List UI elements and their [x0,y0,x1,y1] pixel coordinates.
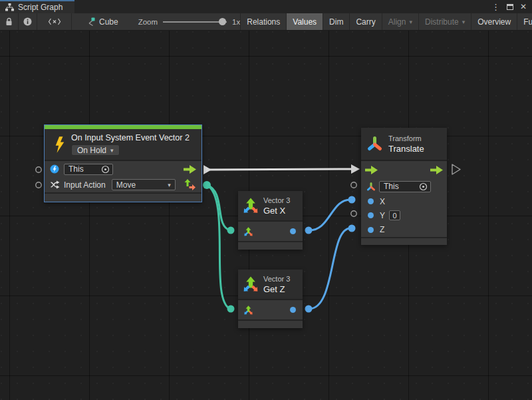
gameobject-this-icon [50,164,59,174]
float-wire-x-dot[interactable] [348,196,356,204]
vector2-wire-getz-dot[interactable] [227,305,235,313]
float-wire-getz-source-dot[interactable] [305,305,313,313]
event-vector2-output-port[interactable] [184,179,196,190]
zoom-slider-handle[interactable] [219,18,226,25]
translate-title: Translate [388,144,424,154]
dim-button[interactable]: Dim [323,13,349,30]
input-action-dropdown[interactable]: Move ▾ [112,179,176,190]
event-node-title: On Input System Event Vector 2 [71,133,198,142]
breadcrumb-graph-name: Cube [99,17,118,27]
code-icon [48,18,61,25]
flow-wire-end-arrow [351,164,360,174]
translate-flow-out-hollow[interactable] [452,164,460,174]
flow-wire[interactable] [205,169,352,170]
translate-flow-output-port[interactable] [430,166,443,174]
tab-bar: Script Graph ⋮ ✕ [0,0,532,13]
getx-title: Get X [263,206,290,216]
tab-title: Script Graph [18,3,63,12]
translate-z-label: Z [380,225,384,234]
vector3-icon [242,276,259,293]
float-wire-getx-to-x[interactable] [309,200,351,230]
align-button[interactable]: Align ▾ [382,13,418,30]
getx-group-label: Vector 3 [263,196,290,204]
chevron-down-icon: ▾ [409,19,412,25]
script-graph-window: Script Graph ⋮ ✕ [0,0,532,400]
getz-group-label: Vector 3 [263,275,290,283]
distribute-button[interactable]: Distribute ▾ [418,13,471,30]
breadcrumb[interactable]: Cube [81,13,124,30]
translate-this-port-hollow[interactable] [351,182,356,188]
vector2-wire-getx-dot[interactable] [227,227,235,234]
tab-script-graph[interactable]: Script Graph [0,0,74,13]
translate-group-label: Transform [388,134,424,142]
graph-hierarchy-icon [5,3,14,11]
event-this-port-hollow[interactable] [36,167,41,172]
graph-asset-icon [86,17,96,27]
translate-x-input-port[interactable] [368,198,374,204]
translate-y-value-field[interactable]: 0 [389,210,400,220]
event-this-field[interactable]: This [64,164,113,175]
vector3-icon [242,198,259,214]
zoom-slider[interactable] [163,17,227,27]
node-on-input-system-event[interactable]: On Input System Event Vector 2 On Hold ▾ [44,124,202,202]
translate-node-footer [361,237,447,245]
close-icon[interactable]: ✕ [520,3,527,11]
float-wire-z-dot[interactable] [348,225,356,232]
translate-y-label: Y [380,211,385,220]
float-wire-getx-source-dot[interactable] [305,227,313,234]
node-get-x[interactable]: Vector 3 Get X [238,191,303,250]
object-picker-icon[interactable] [419,182,428,191]
input-action-icon [50,180,61,189]
carry-button[interactable]: Carry [349,13,381,30]
node-get-z[interactable]: Vector 3 Get Z [238,270,303,328]
float-wire-getz-to-z[interactable] [309,228,351,309]
transform-icon [366,136,383,152]
fullscreen-button[interactable]: Full Screen [517,13,532,30]
lock-button[interactable] [0,13,19,30]
translate-y-port-hollow[interactable] [351,211,356,216]
overview-button[interactable]: Overview [471,13,517,30]
getz-vector3-input-port[interactable] [243,305,253,315]
code-preview-button[interactable] [37,13,72,30]
event-node-footer [45,192,201,202]
zoom-level: 1x [232,18,240,26]
event-flow-output-port[interactable] [184,165,196,174]
event-inputaction-port-hollow[interactable] [36,182,41,188]
node-translate[interactable]: Transform Translate [361,128,447,245]
translate-x-label: X [380,197,385,206]
getx-float-output-port[interactable] [290,228,296,234]
graph-canvas[interactable]: On Input System Event Vector 2 On Hold ▾ [0,31,532,400]
translate-y-input-port[interactable] [368,212,374,218]
getx-vector3-input-port[interactable] [243,227,253,236]
translate-this-field[interactable]: This [379,181,431,192]
getz-float-output-port[interactable] [290,307,296,313]
chevron-down-icon: ▾ [110,147,114,154]
zoom-slider-track [163,21,227,23]
window-menu-icon[interactable]: ⋮ [491,3,500,11]
translate-z-input-port[interactable] [368,227,374,233]
lightning-event-icon [54,136,66,154]
getx-node-footer [238,241,303,250]
getz-title: Get Z [263,284,290,294]
lock-icon [5,17,13,26]
event-mode-dropdown[interactable]: On Hold ▾ [71,144,120,156]
vector2-wire-source-dot[interactable] [203,181,211,189]
flow-wire-start-arrow [203,165,211,174]
relations-button[interactable]: Relations [240,13,286,30]
zoom-label: Zoom [138,18,158,26]
translate-flow-input-port[interactable] [365,166,378,174]
getz-node-footer [238,319,303,328]
values-button[interactable]: Values [286,13,323,30]
input-action-label: Input Action [64,180,106,190]
object-picker-icon[interactable] [101,165,110,174]
chevron-down-icon: ▾ [462,19,466,25]
maximize-icon[interactable] [507,4,513,10]
chevron-down-icon: ▾ [162,182,171,188]
graph-toolbar: Cube Zoom 1x Relations Values Dim Carry … [0,13,532,31]
info-icon [23,17,32,26]
inspect-button[interactable] [19,13,37,30]
transform-small-icon [366,182,376,191]
